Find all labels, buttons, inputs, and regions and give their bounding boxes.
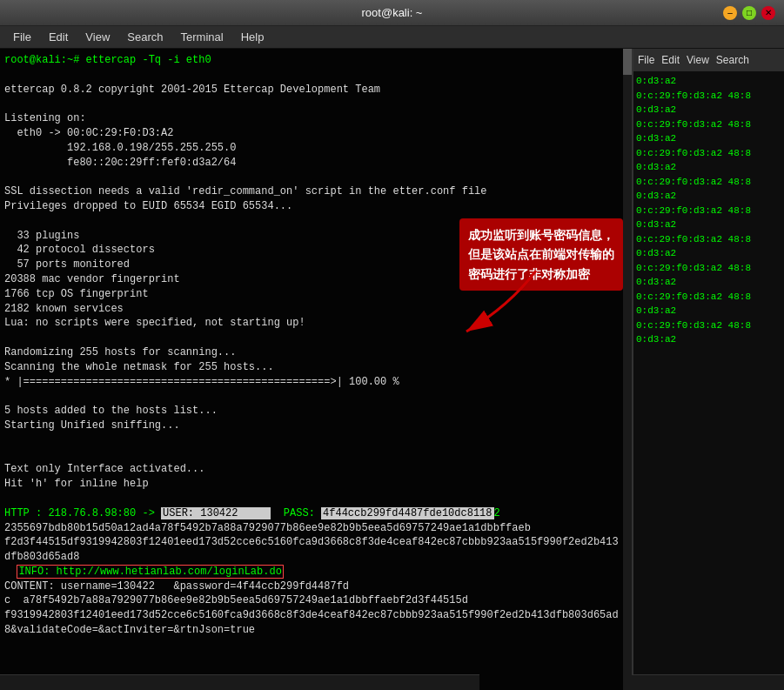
empty-line-2: [4, 97, 627, 111]
close-button[interactable]: ✕: [761, 6, 775, 20]
side-line-18: 0:d3:a2: [636, 332, 781, 347]
side-line-5: 0:c:29:f0:d3:a2 48:8: [636, 146, 781, 161]
empty-line-8: [4, 448, 627, 463]
maximize-button[interactable]: □: [742, 6, 756, 20]
side-menu-edit[interactable]: Edit: [661, 54, 680, 66]
window-title: root@kali: ~: [362, 6, 423, 19]
side-line-8: 0:d3:a2: [636, 189, 781, 204]
eth0-mac: eth0 -> 00:0C:29:F0:D3:A2: [4, 126, 627, 141]
side-line-12: 0:d3:a2: [636, 246, 781, 261]
content-line-3: f9319942803f12401eed173d52cce6c5160fca9d…: [4, 608, 627, 623]
menu-view[interactable]: View: [77, 29, 118, 45]
side-line-0: 0:d3:a2: [636, 74, 781, 89]
mac-vendor: 20388 mac vendor fingerprint: [4, 272, 627, 287]
side-line-17: 0:c:29:f0:d3:a2 48:8: [636, 318, 781, 333]
side-line-9: 0:c:29:f0:d3:a2 48:8: [636, 204, 781, 218]
main-terminal[interactable]: root@kali:~# ettercap -Tq -i eth0 etterc…: [0, 49, 632, 690]
http-captured-line: HTTP : 218.76.8.98:80 -> USER: 130422 PA…: [4, 506, 627, 521]
menu-help[interactable]: Help: [232, 29, 273, 45]
empty-line-5: [4, 331, 627, 345]
side-line-3: 0:c:29:f0:d3:a2 48:8: [636, 117, 781, 132]
menu-bar: File Edit View Search Terminal Help: [0, 26, 784, 49]
side-menu-bar: File Edit View Search: [633, 49, 784, 71]
hash-line-3: dfb803d65ad8: [4, 550, 627, 565]
side-line-7: 0:c:29:f0:d3:a2 48:8: [636, 175, 781, 190]
user-highlight: USER: 130422: [161, 507, 271, 519]
eth0-ipv6: fe80::20c:29ff:fef0:d3a2/64: [4, 156, 627, 171]
randomizing: Randomizing 255 hosts for scanning...: [4, 345, 627, 360]
menu-edit[interactable]: Edit: [40, 29, 77, 45]
menu-terminal[interactable]: Terminal: [172, 29, 232, 45]
side-line-2: 0:d3:a2: [636, 103, 781, 117]
minimize-button[interactable]: –: [723, 6, 737, 20]
hash-line-2: f2d3f44515df9319942803f12401eed173d52cce…: [4, 535, 627, 550]
side-terminal-panel[interactable]: File Edit View Search 0:d3:a2 0:c:29:f0:…: [632, 49, 784, 690]
side-line-15: 0:c:29:f0:d3:a2 48:8: [636, 290, 781, 305]
side-line-4: 0:d3:a2: [636, 131, 781, 146]
progress: * |=====================================…: [4, 375, 627, 390]
terminal-content: root@kali:~# ettercap -Tq -i eth0 etterc…: [4, 53, 627, 638]
info-highlight: INFO: http://www.hetianlab.com/loginLab.…: [17, 565, 283, 579]
menu-file[interactable]: File: [4, 29, 40, 45]
privileges-dropped: Privileges dropped to EUID 65534 EGID 65…: [4, 199, 627, 214]
help-hint: Hit 'h' for inline help: [4, 477, 627, 492]
side-line-1: 0:c:29:f0:d3:a2 48:8: [636, 89, 781, 104]
content-line-2: c a78f5492b7a88a7929077b86ee9e82b9b5eea5…: [4, 593, 627, 608]
known-services: 2182 known services: [4, 302, 627, 317]
empty-line-9: [4, 492, 627, 506]
hosts-added: 5 hosts added to the hosts list...: [4, 404, 627, 419]
side-line-14: 0:d3:a2: [636, 275, 781, 290]
dissectors: 42 protocol dissectors: [4, 243, 627, 258]
side-line-16: 0:d3:a2: [636, 304, 781, 318]
plugins: 33 plugins: [4, 229, 627, 244]
title-bar: root@kali: ~ – □ ✕: [0, 0, 784, 26]
ettercap-version: ettercap 0.8.2 copyright 2001-2015 Etter…: [4, 83, 627, 97]
side-terminal-content: 0:d3:a2 0:c:29:f0:d3:a2 48:8 0:d3:a2 0:c…: [633, 71, 784, 350]
empty-line-1: [4, 68, 627, 83]
ssl-dissection: SSL dissection needs a valid 'redir_comm…: [4, 184, 627, 199]
tcp-os: 1766 tcp OS fingerprint: [4, 287, 627, 302]
empty-line-3: [4, 170, 627, 184]
side-menu-search[interactable]: Search: [716, 54, 749, 66]
side-menu-view[interactable]: View: [687, 54, 709, 66]
content-line: CONTENT: username=130422 &password=4f44c…: [4, 579, 627, 594]
side-line-6: 0:d3:a2: [636, 160, 781, 175]
prompt-line: root@kali:~# ettercap -Tq -i eth0: [4, 53, 627, 68]
text-interface: Text only Interface activated...: [4, 462, 627, 477]
unified-sniffing: Starting Unified sniffing...: [4, 419, 627, 433]
window-controls[interactable]: – □ ✕: [723, 6, 775, 20]
hash-line-1: 2355697bdb80b15d50a12ad4a78f5492b7a88a79…: [4, 521, 627, 536]
empty-line-6: [4, 389, 627, 404]
menu-search[interactable]: Search: [118, 29, 171, 45]
empty-line-7: [4, 433, 627, 448]
side-line-11: 0:c:29:f0:d3:a2 48:8: [636, 232, 781, 247]
side-line-13: 0:c:29:f0:d3:a2 48:8: [636, 261, 781, 276]
info-line: INFO: http://www.hetianlab.com/loginLab.…: [4, 565, 627, 579]
lua-scripts: Lua: no scripts were specified, not star…: [4, 316, 627, 331]
side-line-10: 0:d3:a2: [636, 218, 781, 232]
terminal-area: root@kali:~# ettercap -Tq -i eth0 etterc…: [0, 49, 784, 690]
empty-line-4: [4, 214, 627, 229]
side-bottom-bar: [632, 674, 784, 690]
scanning: Scanning the whole netmask for 255 hosts…: [4, 360, 627, 375]
listening-on: Listening on:: [4, 111, 627, 126]
ports: 57 ports monitored: [4, 258, 627, 272]
bottom-status-bar: [0, 674, 479, 690]
eth0-ip: 192.168.0.198/255.255.255.0: [4, 141, 627, 156]
side-menu-file[interactable]: File: [638, 54, 654, 66]
pass-highlight: 4f44ccb299fd4487fde10dc8118: [321, 507, 493, 519]
content-line-4: 8&validateCode=&actInviter=&rtnJson=true: [4, 623, 627, 638]
